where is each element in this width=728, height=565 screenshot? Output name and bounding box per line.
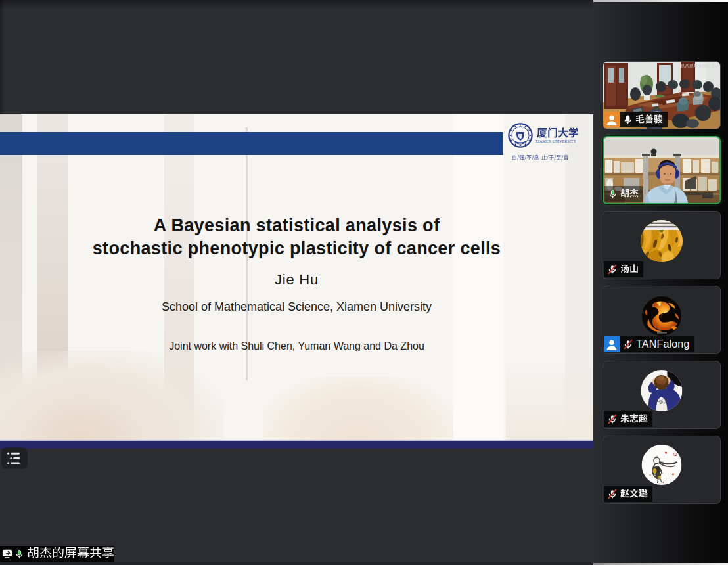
svg-text:爪爪爪与米功它业十六: 爪爪爪与米功它业十六 (681, 64, 720, 68)
